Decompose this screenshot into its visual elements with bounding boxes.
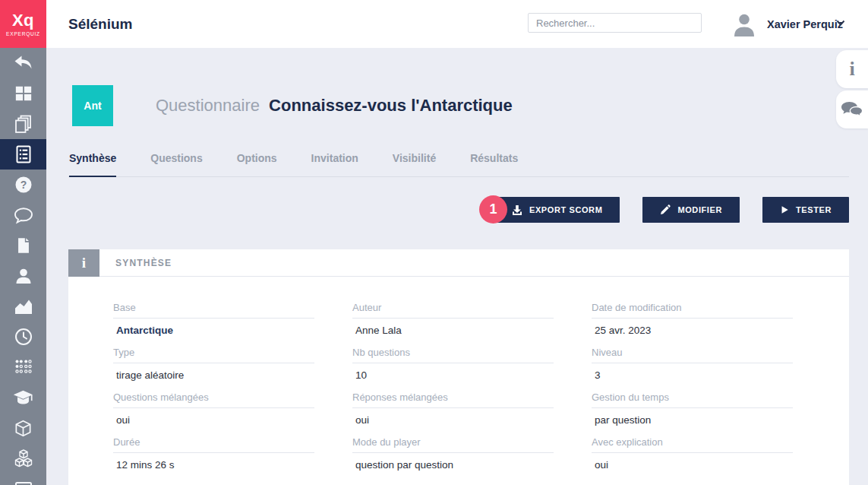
svg-text:?: ? xyxy=(20,179,27,191)
field-auteur: Auteur Anne Lala xyxy=(352,302,554,336)
field-label: Auteur xyxy=(352,302,554,319)
sidebar-item-help[interactable]: ? xyxy=(0,170,46,200)
sidebar: ? xyxy=(0,48,46,485)
sidebar-item-documents[interactable] xyxy=(0,230,46,261)
sidebar-item-library[interactable] xyxy=(0,109,46,139)
cubes-icon xyxy=(14,449,33,468)
action-buttons: 1 EXPORT SCORM MODIFIER TESTER xyxy=(494,197,849,223)
pencil-icon xyxy=(660,204,671,215)
topbar: Xq EXPERQUIZ Sélénium Xavier Perquiz xyxy=(0,0,868,48)
chat-button[interactable] xyxy=(836,90,868,128)
tab-invitation[interactable]: Invitation xyxy=(311,152,358,176)
field-label: Durée xyxy=(113,436,314,453)
sidebar-item-training[interactable] xyxy=(0,382,46,413)
sidebar-item-back[interactable] xyxy=(0,48,46,78)
field-value: tirage aléatoire xyxy=(113,369,314,381)
field-label: Réponses mélangées xyxy=(352,391,554,408)
info-icon: i xyxy=(849,58,854,81)
field-reponses-melangees: Réponses mélangées oui xyxy=(352,391,554,426)
field-avec-explication: Avec explication oui xyxy=(592,436,793,471)
download-icon xyxy=(512,204,522,216)
clock-icon xyxy=(14,327,33,347)
tester-button[interactable]: TESTER xyxy=(762,197,849,223)
chat-bubble-icon xyxy=(14,205,33,225)
page-title: Sélénium xyxy=(68,0,132,48)
export-scorm-label: EXPORT SCORM xyxy=(529,205,602,214)
modifier-label: MODIFIER xyxy=(677,205,722,214)
sidebar-item-questionnaires[interactable] xyxy=(0,139,46,170)
field-value: oui xyxy=(113,414,314,426)
sidebar-item-users[interactable] xyxy=(0,261,46,291)
field-questions-melangees: Questions mélangées oui xyxy=(113,391,314,426)
field-value: 10 xyxy=(352,369,554,381)
cube-icon xyxy=(14,419,33,438)
synthese-panel: i SYNTHÈSE Base Antarctique Auteur Anne … xyxy=(68,249,849,485)
floating-buttons: i xyxy=(836,50,868,131)
sidebar-item-dashboard[interactable] xyxy=(0,78,46,109)
avatar[interactable] xyxy=(731,11,757,36)
field-mode-du-player: Mode du player question par question xyxy=(352,436,554,471)
chevron-down-icon[interactable] xyxy=(836,20,845,27)
field-value: question par question xyxy=(352,459,554,471)
field-value: 12 mins 26 s xyxy=(113,459,314,471)
dots-grid-icon xyxy=(14,357,33,377)
screen-icon xyxy=(14,479,33,485)
field-label: Mode du player xyxy=(352,436,554,453)
quiz-header: Ant Questionnaire Connaissez-vous l'Anta… xyxy=(72,85,513,126)
modifier-button[interactable]: MODIFIER xyxy=(642,197,740,223)
sidebar-item-screen[interactable] xyxy=(0,474,46,485)
field-value: par question xyxy=(592,414,793,426)
play-icon xyxy=(780,204,789,215)
dashboard-icon xyxy=(14,84,33,103)
sidebar-item-messages[interactable] xyxy=(0,200,46,230)
field-niveau: Niveau 3 xyxy=(592,347,793,381)
list-icon xyxy=(14,144,33,164)
main-content: Ant Questionnaire Connaissez-vous l'Anta… xyxy=(46,48,868,485)
quiz-badge: Ant xyxy=(72,85,113,126)
tab-options[interactable]: Options xyxy=(237,152,277,176)
experquiz-logo[interactable]: Xq EXPERQUIZ xyxy=(0,0,46,48)
tab-visibilite[interactable]: Visibilité xyxy=(393,152,436,176)
sidebar-item-modules[interactable] xyxy=(0,443,46,474)
field-duree: Durée 12 mins 26 s xyxy=(113,436,314,471)
field-nb-questions: Nb questions 10 xyxy=(352,347,554,381)
field-value: 25 avr. 2023 xyxy=(592,325,793,336)
tab-resultats[interactable]: Résultats xyxy=(470,152,518,176)
tab-bar: Synthèse Questions Options Invitation Vi… xyxy=(68,152,849,177)
info-panel-button[interactable]: i xyxy=(836,50,868,88)
question-circle-icon: ? xyxy=(14,175,33,195)
sidebar-item-statistics[interactable] xyxy=(0,291,46,322)
sidebar-item-matrix[interactable] xyxy=(0,352,46,382)
field-label: Gestion du temps xyxy=(592,391,793,408)
field-gestion-du-temps: Gestion du temps par question xyxy=(592,391,793,426)
field-value-link[interactable]: Antarctique xyxy=(113,325,314,336)
logo-subtext: EXPERQUIZ xyxy=(6,31,40,36)
tab-questions[interactable]: Questions xyxy=(150,152,202,176)
export-scorm-button[interactable]: EXPORT SCORM xyxy=(494,197,620,223)
tab-synthese[interactable]: Synthèse xyxy=(69,152,116,177)
field-value: 3 xyxy=(592,369,793,381)
sidebar-item-module[interactable] xyxy=(0,413,46,443)
field-value: oui xyxy=(592,459,793,471)
document-icon xyxy=(14,236,33,255)
notification-count-badge: 1 xyxy=(479,195,507,223)
field-label: Date de modification xyxy=(592,302,793,319)
field-type: Type tirage aléatoire xyxy=(113,347,314,381)
pages-icon xyxy=(14,114,33,134)
user-icon xyxy=(14,266,33,286)
user-menu[interactable]: Xavier Perquiz xyxy=(767,0,843,48)
field-value: Anne Lala xyxy=(352,325,554,336)
field-label: Avec explication xyxy=(592,436,793,453)
panel-header: i SYNTHÈSE xyxy=(68,249,849,277)
user-silhouette-icon xyxy=(731,11,757,36)
summary-fields: Base Antarctique Auteur Anne Lala Date d… xyxy=(68,277,849,485)
quiz-name: Connaissez-vous l'Antarctique xyxy=(269,96,513,115)
field-label: Type xyxy=(113,347,314,363)
quiz-type-label: Questionnaire xyxy=(156,96,260,115)
search-input[interactable] xyxy=(528,13,702,33)
quiz-title: Questionnaire Connaissez-vous l'Antarcti… xyxy=(156,96,513,116)
tester-label: TESTER xyxy=(796,205,832,214)
area-chart-icon xyxy=(14,296,33,316)
sidebar-item-history[interactable] xyxy=(0,322,46,352)
field-label: Nb questions xyxy=(352,347,554,363)
